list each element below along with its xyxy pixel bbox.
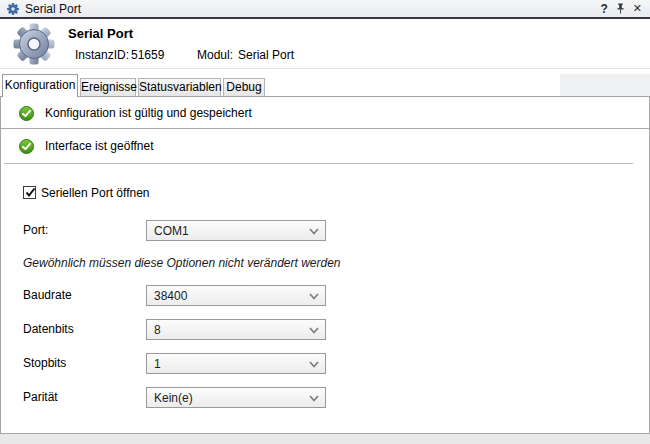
instance-title: Serial Port	[68, 26, 133, 41]
instance-id-value: 51659	[131, 48, 164, 62]
chevron-down-icon	[309, 327, 319, 334]
status-message: Konfiguration ist gültig und gespeichert	[45, 106, 252, 121]
close-icon[interactable]: ✕	[633, 3, 642, 14]
chevron-down-icon	[309, 293, 319, 300]
konfiguration-panel: Konfiguration ist gültig und gespeichert…	[0, 96, 650, 434]
tab-ereignisse[interactable]: Ereignisse	[80, 78, 136, 96]
instance-header: Serial Port InstanzID: 51659 Modul: Seri…	[0, 19, 650, 68]
module-value: Serial Port	[238, 48, 294, 62]
tab-strip-filler	[560, 74, 650, 96]
module-gear-icon	[12, 22, 56, 70]
tab-statusvariablen[interactable]: Statusvariablen	[138, 78, 221, 96]
paritaet-label: Parität	[23, 390, 58, 404]
port-select[interactable]: COM1	[146, 220, 326, 241]
status-ok-icon	[19, 106, 34, 121]
tab-strip: Konfiguration Ereignisse Statusvariablen…	[0, 69, 650, 96]
window-title: Serial Port	[25, 2, 81, 16]
separator	[4, 163, 633, 164]
chevron-down-icon	[309, 228, 319, 235]
tab-konfiguration[interactable]: Konfiguration	[2, 74, 78, 97]
serial-open-label[interactable]: Seriellen Port öffnen	[41, 186, 150, 200]
serial-open-checkbox[interactable]	[23, 186, 36, 199]
module-label: Modul:	[197, 48, 233, 62]
status-message: Interface ist geöffnet	[45, 139, 154, 154]
status-ok-icon	[19, 139, 34, 154]
tab-debug[interactable]: Debug	[223, 78, 265, 96]
checkmark-icon	[24, 186, 37, 199]
separator	[1, 128, 649, 129]
options-hint: Gewöhnlich müssen diese Optionen nicht v…	[23, 256, 341, 270]
help-button[interactable]: ?	[600, 3, 607, 15]
stopbits-select[interactable]: 1	[146, 353, 326, 374]
port-label: Port:	[23, 223, 48, 237]
pin-icon[interactable]	[616, 3, 625, 14]
paritaet-select[interactable]: Kein(e)	[146, 387, 326, 408]
window-titlebar: Serial Port ? ✕	[0, 0, 650, 19]
stopbits-label: Stopbits	[23, 356, 66, 370]
gear-icon	[7, 3, 19, 15]
baudrate-label: Baudrate	[23, 288, 72, 302]
baudrate-select[interactable]: 38400	[146, 285, 326, 306]
chevron-down-icon	[309, 361, 319, 368]
datenbits-select[interactable]: 8	[146, 319, 326, 340]
instance-id-label: InstanzID:	[75, 48, 129, 62]
datenbits-label: Datenbits	[23, 322, 74, 336]
chevron-down-icon	[309, 395, 319, 402]
